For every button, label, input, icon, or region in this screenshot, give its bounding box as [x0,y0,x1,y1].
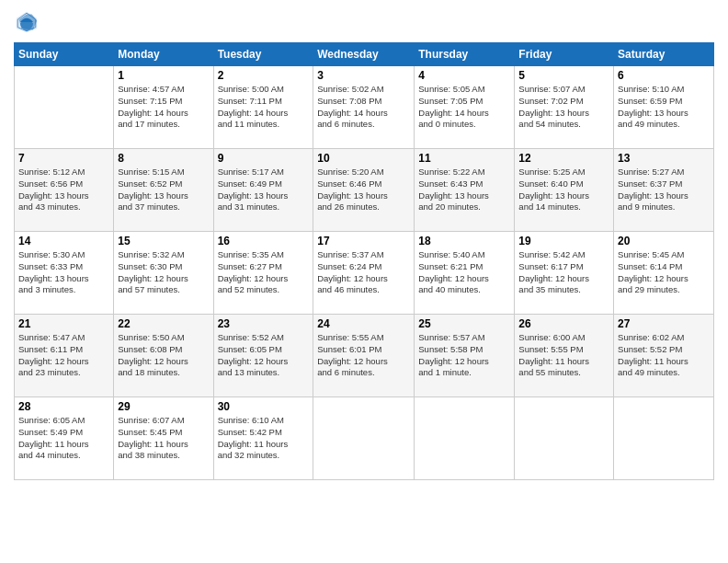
day-info: Sunrise: 5:57 AM Sunset: 5:58 PM Dayligh… [418,332,510,379]
calendar-header: SundayMondayTuesdayWednesdayThursdayFrid… [15,43,714,66]
weekday-header-friday: Friday [515,43,614,66]
calendar-cell: 10Sunrise: 5:20 AM Sunset: 6:46 PM Dayli… [313,149,415,232]
day-number: 28 [18,400,109,413]
day-number: 10 [317,152,410,165]
calendar-cell: 23Sunrise: 5:52 AM Sunset: 6:05 PM Dayli… [213,315,313,397]
logo-icon [14,9,40,35]
day-number: 15 [118,235,209,247]
day-number: 25 [418,317,510,330]
weekday-header-row: SundayMondayTuesdayWednesdayThursdayFrid… [15,43,714,66]
day-info: Sunrise: 4:57 AM Sunset: 7:15 PM Dayligh… [118,84,209,131]
calendar-week-5: 28Sunrise: 6:05 AM Sunset: 5:49 PM Dayli… [15,397,714,480]
day-number: 19 [518,235,609,247]
calendar-cell: 9Sunrise: 5:17 AM Sunset: 6:49 PM Daylig… [213,149,313,232]
day-info: Sunrise: 5:07 AM Sunset: 7:02 PM Dayligh… [518,84,609,131]
day-info: Sunrise: 5:25 AM Sunset: 6:40 PM Dayligh… [518,167,609,213]
calendar-cell [614,397,714,480]
calendar-cell: 13Sunrise: 5:27 AM Sunset: 6:37 PM Dayli… [614,149,714,232]
calendar-cell: 30Sunrise: 6:10 AM Sunset: 5:42 PM Dayli… [213,397,313,480]
day-number: 1 [118,69,209,82]
calendar-cell: 7Sunrise: 5:12 AM Sunset: 6:56 PM Daylig… [15,149,114,232]
calendar-week-3: 14Sunrise: 5:30 AM Sunset: 6:33 PM Dayli… [15,232,714,315]
day-number: 26 [518,317,609,330]
calendar-cell: 16Sunrise: 5:35 AM Sunset: 6:27 PM Dayli… [213,232,313,315]
day-info: Sunrise: 5:35 AM Sunset: 6:27 PM Dayligh… [218,249,310,296]
day-number: 18 [418,235,510,247]
calendar-cell: 21Sunrise: 5:47 AM Sunset: 6:11 PM Dayli… [15,315,114,397]
weekday-header-tuesday: Tuesday [213,43,313,66]
day-info: Sunrise: 5:00 AM Sunset: 7:11 PM Dayligh… [218,84,310,131]
calendar-cell: 20Sunrise: 5:45 AM Sunset: 6:14 PM Dayli… [614,232,714,315]
page: SundayMondayTuesdayWednesdayThursdayFrid… [0,0,728,489]
header [14,9,714,35]
day-info: Sunrise: 5:47 AM Sunset: 6:11 PM Dayligh… [18,332,109,379]
calendar-cell: 15Sunrise: 5:32 AM Sunset: 6:30 PM Dayli… [114,232,213,315]
calendar-cell: 19Sunrise: 5:42 AM Sunset: 6:17 PM Dayli… [515,232,614,315]
calendar-cell: 18Sunrise: 5:40 AM Sunset: 6:21 PM Dayli… [415,232,515,315]
day-number: 21 [18,317,109,330]
day-number: 5 [518,69,609,82]
day-number: 30 [218,400,310,413]
calendar-cell: 8Sunrise: 5:15 AM Sunset: 6:52 PM Daylig… [114,149,213,232]
calendar-table: SundayMondayTuesdayWednesdayThursdayFrid… [14,42,714,480]
calendar-week-4: 21Sunrise: 5:47 AM Sunset: 6:11 PM Dayli… [15,315,714,397]
day-number: 27 [618,317,710,330]
weekday-header-wednesday: Wednesday [313,43,415,66]
day-info: Sunrise: 5:15 AM Sunset: 6:52 PM Dayligh… [118,167,209,213]
day-number: 4 [418,69,510,82]
calendar-week-1: 1Sunrise: 4:57 AM Sunset: 7:15 PM Daylig… [15,66,714,149]
day-info: Sunrise: 5:45 AM Sunset: 6:14 PM Dayligh… [618,249,710,296]
calendar-cell: 3Sunrise: 5:02 AM Sunset: 7:08 PM Daylig… [313,66,415,149]
day-number: 23 [218,317,310,330]
calendar-cell: 14Sunrise: 5:30 AM Sunset: 6:33 PM Dayli… [15,232,114,315]
day-info: Sunrise: 5:12 AM Sunset: 6:56 PM Dayligh… [18,167,109,213]
day-info: Sunrise: 5:42 AM Sunset: 6:17 PM Dayligh… [518,249,609,296]
calendar-cell: 5Sunrise: 5:07 AM Sunset: 7:02 PM Daylig… [515,66,614,149]
weekday-header-monday: Monday [114,43,213,66]
day-number: 13 [618,152,710,165]
day-number: 7 [18,152,109,165]
day-info: Sunrise: 5:05 AM Sunset: 7:05 PM Dayligh… [418,84,510,131]
calendar-body: 1Sunrise: 4:57 AM Sunset: 7:15 PM Daylig… [15,66,714,480]
calendar-cell: 17Sunrise: 5:37 AM Sunset: 6:24 PM Dayli… [313,232,415,315]
calendar-cell: 1Sunrise: 4:57 AM Sunset: 7:15 PM Daylig… [114,66,213,149]
calendar-cell: 12Sunrise: 5:25 AM Sunset: 6:40 PM Dayli… [515,149,614,232]
calendar-cell: 6Sunrise: 5:10 AM Sunset: 6:59 PM Daylig… [614,66,714,149]
day-info: Sunrise: 6:07 AM Sunset: 5:45 PM Dayligh… [118,415,209,462]
day-info: Sunrise: 6:10 AM Sunset: 5:42 PM Dayligh… [218,415,310,462]
day-number: 9 [218,152,310,165]
day-number: 12 [518,152,609,165]
day-info: Sunrise: 6:05 AM Sunset: 5:49 PM Dayligh… [18,415,109,462]
calendar-cell: 25Sunrise: 5:57 AM Sunset: 5:58 PM Dayli… [415,315,515,397]
calendar-cell: 24Sunrise: 5:55 AM Sunset: 6:01 PM Dayli… [313,315,415,397]
day-number: 11 [418,152,510,165]
weekday-header-thursday: Thursday [415,43,515,66]
day-info: Sunrise: 5:02 AM Sunset: 7:08 PM Dayligh… [317,84,410,131]
weekday-header-saturday: Saturday [614,43,714,66]
day-info: Sunrise: 5:32 AM Sunset: 6:30 PM Dayligh… [118,249,209,296]
day-info: Sunrise: 6:00 AM Sunset: 5:55 PM Dayligh… [518,332,609,379]
day-info: Sunrise: 5:17 AM Sunset: 6:49 PM Dayligh… [218,167,310,213]
calendar-cell: 29Sunrise: 6:07 AM Sunset: 5:45 PM Dayli… [114,397,213,480]
day-info: Sunrise: 5:10 AM Sunset: 6:59 PM Dayligh… [618,84,710,131]
day-number: 29 [118,400,209,413]
calendar-cell: 22Sunrise: 5:50 AM Sunset: 6:08 PM Dayli… [114,315,213,397]
logo [14,9,41,35]
calendar-cell: 26Sunrise: 6:00 AM Sunset: 5:55 PM Dayli… [515,315,614,397]
calendar-week-2: 7Sunrise: 5:12 AM Sunset: 6:56 PM Daylig… [15,149,714,232]
calendar-cell: 4Sunrise: 5:05 AM Sunset: 7:05 PM Daylig… [415,66,515,149]
day-number: 3 [317,69,410,82]
day-info: Sunrise: 5:22 AM Sunset: 6:43 PM Dayligh… [418,167,510,213]
calendar-cell [313,397,415,480]
day-info: Sunrise: 5:52 AM Sunset: 6:05 PM Dayligh… [218,332,310,379]
day-number: 2 [218,69,310,82]
day-number: 24 [317,317,410,330]
day-info: Sunrise: 5:20 AM Sunset: 6:46 PM Dayligh… [317,167,410,213]
calendar-cell [415,397,515,480]
day-info: Sunrise: 5:27 AM Sunset: 6:37 PM Dayligh… [618,167,710,213]
calendar-cell: 27Sunrise: 6:02 AM Sunset: 5:52 PM Dayli… [614,315,714,397]
calendar-cell: 2Sunrise: 5:00 AM Sunset: 7:11 PM Daylig… [213,66,313,149]
calendar-cell [15,66,114,149]
day-info: Sunrise: 5:40 AM Sunset: 6:21 PM Dayligh… [418,249,510,296]
day-number: 17 [317,235,410,247]
